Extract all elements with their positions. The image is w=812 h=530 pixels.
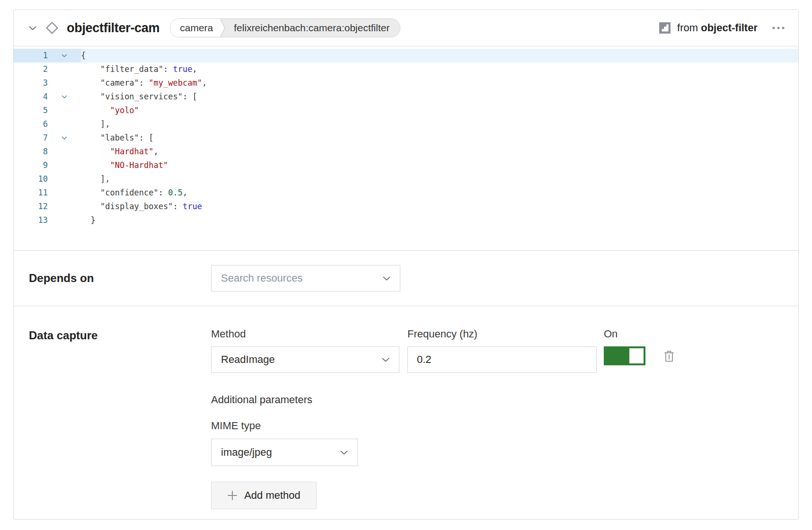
code-text: {	[81, 49, 798, 62]
code-text: "labels": [	[81, 131, 798, 145]
method-value: ReadImage	[221, 353, 275, 366]
plus-icon	[227, 490, 238, 501]
trash-icon	[663, 350, 675, 362]
line-number: 1	[14, 49, 48, 62]
module-icon	[659, 22, 671, 34]
resource-type-badge: camera	[170, 19, 221, 37]
fold-chevron-icon[interactable]	[48, 49, 81, 62]
select-placeholder: Search resources	[221, 272, 302, 284]
code-line[interactable]: 9 "NO-Hardhat"	[14, 159, 798, 172]
code-line[interactable]: 8 "Hardhat",	[14, 145, 798, 159]
capture-toggle[interactable]	[604, 346, 645, 365]
code-line[interactable]: 3 "camera": "my_webcam",	[14, 76, 798, 90]
code-text: }	[81, 213, 798, 227]
line-number: 9	[14, 159, 48, 172]
code-line[interactable]: 12 "display_boxes": true	[14, 200, 798, 213]
code-text: ],	[81, 117, 798, 131]
add-method-label: Add method	[244, 489, 300, 502]
json-editor[interactable]: 1{2 "filter_data": true,3 "camera": "my_…	[14, 46, 798, 251]
line-number: 2	[14, 62, 48, 76]
code-text: "confidence": 0.5,	[81, 186, 798, 200]
code-text: ],	[81, 172, 798, 186]
line-number: 4	[14, 90, 48, 104]
resource-badge: camera felixreichenbach:camera:objectfil…	[170, 18, 400, 37]
fold-spacer	[48, 62, 81, 76]
resource-title: objectfilter-cam	[67, 21, 159, 35]
fold-spacer	[48, 172, 81, 186]
line-number: 10	[14, 172, 48, 186]
code-line[interactable]: 6 ],	[14, 117, 798, 131]
ellipsis-icon	[772, 26, 785, 30]
method-select[interactable]: ReadImage	[211, 346, 399, 373]
fold-spacer	[48, 104, 81, 117]
code-text: "vision_services": [	[81, 90, 798, 104]
frequency-label: Frequency (hz)	[407, 328, 597, 340]
menu-button[interactable]	[771, 23, 786, 33]
code-line[interactable]: 7 "labels": [	[14, 131, 798, 145]
code-line[interactable]: 2 "filter_data": true,	[14, 62, 798, 76]
chevron-down-icon	[383, 276, 390, 281]
line-number: 5	[14, 104, 48, 117]
fold-spacer	[48, 159, 81, 172]
code-line[interactable]: 5 "yolo"	[14, 104, 798, 117]
code-text: "filter_data": true,	[81, 62, 798, 76]
fold-spacer	[48, 145, 81, 159]
code-line[interactable]: 10 ],	[14, 172, 798, 186]
additional-parameters-label: Additional parameters	[211, 394, 783, 406]
code-line[interactable]: 1{	[14, 49, 798, 62]
resource-card: objectfilter-cam camera felixreichenbach…	[13, 9, 799, 520]
line-number: 11	[14, 186, 48, 200]
code-text: "display_boxes": true	[81, 200, 798, 213]
resources-select[interactable]: Search resources	[211, 265, 400, 292]
line-number: 13	[14, 213, 48, 227]
chevron-down-icon	[340, 450, 348, 455]
data-capture-section: Data capture Method ReadImage Frequency …	[14, 306, 798, 509]
code-text: "yolo"	[81, 104, 798, 117]
line-number: 7	[14, 131, 48, 145]
module-name: object-filter	[701, 22, 758, 34]
fold-spacer	[48, 200, 81, 213]
code-line[interactable]: 13 }	[14, 213, 798, 227]
from-module-label: from object-filter	[677, 22, 758, 34]
line-number: 12	[14, 200, 48, 213]
fold-spacer	[48, 76, 81, 90]
fold-spacer	[48, 117, 81, 131]
toggle-knob	[629, 348, 644, 363]
fold-spacer	[48, 186, 81, 200]
method-label: Method	[211, 328, 399, 340]
code-text: "camera": "my_webcam",	[81, 76, 798, 90]
code-text: "NO-Hardhat"	[81, 159, 798, 172]
mime-type-value: image/jpeg	[221, 446, 272, 459]
code-line[interactable]: 11 "confidence": 0.5,	[14, 186, 798, 200]
fold-chevron-icon[interactable]	[48, 131, 81, 145]
fold-chevron-icon[interactable]	[48, 90, 81, 104]
code-line[interactable]: 4 "vision_services": [	[14, 90, 798, 104]
add-method-button[interactable]: Add method	[211, 482, 317, 509]
code-text: "Hardhat",	[81, 145, 798, 159]
data-capture-label: Data capture	[29, 328, 211, 342]
resource-model-badge: felixreichenbach:camera:objectfilter	[228, 19, 400, 37]
on-label: On	[604, 328, 675, 340]
line-number: 6	[14, 117, 48, 131]
fold-spacer	[48, 213, 81, 227]
resource-header: objectfilter-cam camera felixreichenbach…	[14, 10, 798, 46]
depends-on-label: Depends on	[29, 272, 211, 285]
line-number: 8	[14, 145, 48, 159]
component-diamond-icon	[45, 21, 59, 35]
chevron-down-icon	[382, 358, 389, 362]
delete-method-button[interactable]	[663, 350, 675, 362]
mime-type-select[interactable]: image/jpeg	[211, 439, 358, 466]
line-number: 3	[14, 76, 48, 90]
mime-type-label: MIME type	[211, 420, 783, 432]
badge-separator	[221, 19, 228, 37]
collapse-chevron-icon[interactable]	[28, 26, 37, 30]
frequency-input[interactable]	[407, 346, 597, 373]
depends-on-section: Depends on Search resources	[14, 251, 798, 306]
